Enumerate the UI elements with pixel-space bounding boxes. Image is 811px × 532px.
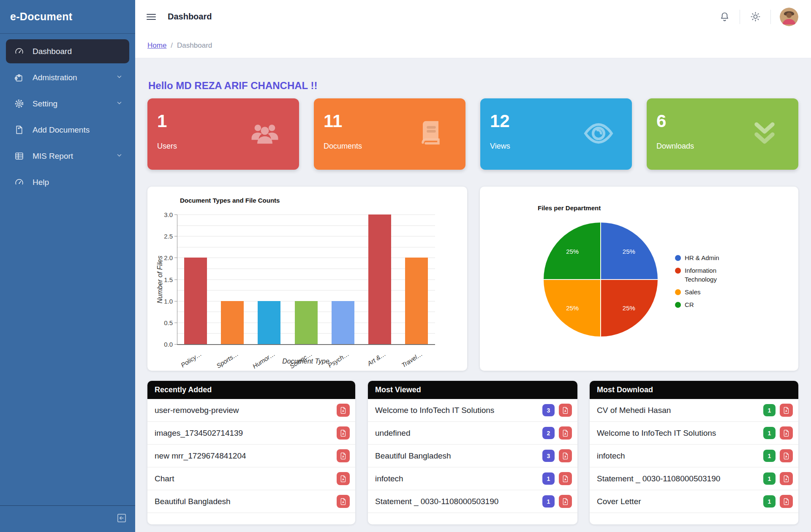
row-actions: 1 [763,404,793,417]
count-badge: 2 [542,427,555,439]
legend-label: Sales [685,288,734,296]
y-tick-mark [174,214,177,215]
gridline [177,258,435,258]
pdf-file-icon[interactable] [337,426,350,440]
table-rows: user-removebg-previewimages_173450271413… [147,399,355,513]
user-avatar[interactable] [780,8,798,26]
bell-icon[interactable] [718,11,731,23]
pdf-file-icon[interactable] [559,495,572,508]
sidebar-item-mis-report[interactable]: MIS Report [6,144,129,168]
document-name: Cover Letter [597,497,763,506]
row-actions: 3 [542,449,572,462]
gridline [177,214,435,215]
bar-psych [332,301,354,344]
count-badge: 1 [763,450,776,462]
menu-toggle-icon[interactable] [147,12,156,22]
row-actions: 1 [763,472,793,485]
table-row: Statement _ 0030-11080005031901 [368,490,577,513]
bar-scienc [295,301,318,344]
row-actions: 1 [763,449,793,462]
legend-dot [675,289,681,295]
document-name: new mrr_1729674841204 [155,451,337,461]
y-tick-label: 0.5 [155,319,173,326]
recently-added-table: Recently Added user-removebg-previewimag… [147,381,355,524]
most-viewed-table: Most Viewed Welcome to InfoTech IT Solut… [368,381,577,524]
pdf-file-icon[interactable] [337,449,350,462]
gridline [177,344,435,345]
document-name: user-removebg-preview [155,406,337,415]
stat-card-views: 12Views [480,98,632,170]
row-actions [337,426,350,440]
sidebar-item-help[interactable]: Help [6,170,129,194]
row-actions [337,449,350,462]
y-tick-mark [174,301,177,301]
sidebar-item-add-documents[interactable]: Add Documents [6,118,129,142]
pdf-file-icon[interactable] [780,495,793,508]
sidebar-item-label: Setting [33,99,57,109]
bar-art& [368,214,391,344]
document-name: infotech [375,474,542,483]
stat-value: 11 [324,111,342,131]
row-actions: 3 [542,404,572,417]
pdf-file-icon[interactable] [780,426,793,440]
pdf-file-icon[interactable] [559,404,572,417]
y-tick-mark [174,258,177,258]
pdf-file-icon[interactable] [337,472,350,485]
chevron-down-icon [115,151,123,161]
row-actions: 2 [542,426,572,440]
pdf-file-icon[interactable] [559,449,572,462]
pie-slice-label: 25% [566,248,579,255]
gauge-icon [14,177,24,188]
pie-chart-card: Files per Department HR & AdminInformati… [480,187,798,371]
document-name: Chart [155,474,337,483]
table-row: infotech1 [368,467,577,490]
pdf-file-icon[interactable] [337,495,350,508]
stat-label: Documents [324,142,362,151]
pdf-file-icon[interactable] [780,449,793,462]
bar-humor [258,301,280,344]
pdf-file-icon[interactable] [780,404,793,417]
topbar-divider [740,10,740,24]
document-name: infotech [597,451,763,461]
gear-icon [14,98,24,109]
pdf-file-icon[interactable] [780,472,793,485]
sidebar-item-setting[interactable]: Setting [6,92,129,116]
document-name: CV of Mehedi Hasan [597,406,763,415]
sidebar-item-dashboard[interactable]: Dashboard [6,39,129,63]
table-row: Beautiful Bangladesh3 [368,445,577,467]
pdf-file-icon[interactable] [337,404,350,417]
table-row: Chart [147,467,355,490]
sidebar-collapse-button[interactable] [116,513,127,524]
pdf-file-icon[interactable] [559,426,572,440]
stat-value: 6 [656,111,666,131]
document-name: Beautiful Bangladesh [375,451,542,461]
main-content: Hello MD REZA ARIF CHANCHAL !! 1Users11D… [135,58,811,532]
double-chevron-down-icon [748,117,780,148]
table-row: images_1734502714139 [147,422,355,445]
stat-label: Users [157,142,177,151]
topbar: Dashboard [135,0,811,34]
breadcrumb-home-link[interactable]: Home [147,41,166,50]
legend-label: HR & Admin [685,253,734,262]
app-logo: e-Document [0,0,135,34]
sidebar-item-label: Admistration [33,73,77,82]
y-tick-label: 1.5 [155,276,173,283]
table-row: user-removebg-preview [147,399,355,422]
count-badge: 1 [763,404,776,416]
table-row: Welcome to InfoTech IT Solutions3 [368,399,577,422]
pdf-file-icon[interactable] [559,472,572,485]
pie-legend: HR & AdminInformation TechnologySalesCR [675,253,738,313]
most-download-table: Most Download CV of Mehedi Hasan1Welcome… [590,381,798,524]
legend-label: CR [685,300,734,309]
document-name: Beautiful Bangladesh [155,497,337,506]
y-tick-label: 3.0 [155,211,173,218]
sidebar-item-admistration[interactable]: Admistration [6,65,129,90]
table-title: Most Viewed [368,381,577,399]
table-row: new mrr_1729674841204 [147,445,355,467]
table-rows: CV of Mehedi Hasan1Welcome to InfoTech I… [590,399,798,513]
y-tick-label: 2.5 [155,233,173,240]
pie-chart [544,223,658,337]
document-name: Welcome to InfoTech IT Solutions [597,429,763,438]
legend-dot [675,268,681,274]
sun-icon[interactable] [749,11,762,23]
